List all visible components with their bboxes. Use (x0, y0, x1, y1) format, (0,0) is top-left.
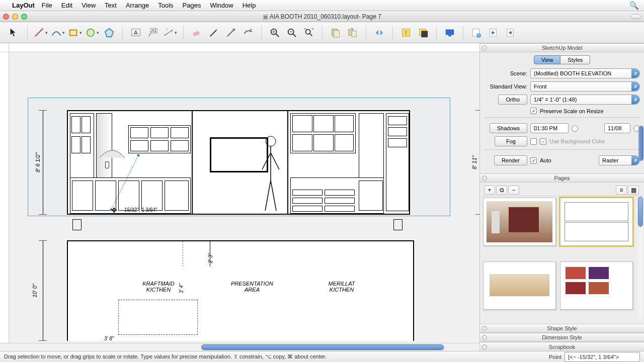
duplicate-page-button[interactable] (345, 26, 361, 40)
grid-view-icon[interactable]: ▦ (628, 186, 639, 195)
menu-edit[interactable]: Edit (61, 2, 72, 9)
menu-view[interactable]: View (82, 2, 96, 9)
status-point-input[interactable]: [<~ -15/32", 1 3/64"> (565, 352, 640, 362)
tab-styles[interactable]: Styles (560, 55, 590, 64)
add-page-icon[interactable]: + (484, 186, 495, 195)
preserve-scale-checkbox[interactable]: ✓ (530, 108, 537, 114)
scale-dropdown[interactable]: 1/4" = 1'-0" (1:48)⇵ (530, 95, 640, 105)
add-page-button[interactable] (328, 26, 344, 40)
render-mode-dropdown[interactable]: Raster⇵ (599, 155, 640, 165)
layers-button[interactable] (415, 26, 431, 40)
svg-text:A: A (134, 29, 138, 35)
spotlight-icon[interactable]: 🔍 (629, 1, 639, 10)
label-stdview: Standard View: (484, 83, 527, 89)
dimension-tool[interactable]: ▾ (162, 26, 178, 40)
page-thumbnail-3[interactable] (483, 261, 556, 310)
menu-help[interactable]: Help (243, 2, 256, 9)
svg-point-11 (306, 29, 310, 34)
shadows-time-input[interactable]: 01:30 PM (530, 123, 569, 133)
menu-text[interactable]: Text (105, 2, 117, 9)
pages-thumbnails[interactable] (480, 195, 636, 324)
label-tool[interactable]: A1 (145, 26, 161, 40)
panel-header-pages[interactable]: Pages (480, 173, 644, 183)
panel-header-sketchup[interactable]: SketchUp Model (480, 43, 644, 52)
split-tool[interactable] (223, 26, 239, 40)
move-cursor-icon: ✥ (111, 206, 117, 214)
menu-tools[interactable]: Tools (158, 2, 173, 9)
warning-button[interactable]: ! (398, 26, 414, 40)
svg-point-8 (250, 29, 252, 31)
render-button[interactable]: Render (494, 155, 527, 165)
zoom-out-tool[interactable] (284, 26, 300, 40)
menu-window[interactable]: Window (210, 2, 233, 9)
auto-render-label: Auto (540, 157, 551, 163)
present-button[interactable] (442, 26, 458, 40)
prev-page-button[interactable] (486, 26, 502, 40)
shadows-date-input[interactable]: 11/08 (604, 123, 630, 133)
polygon-tool[interactable] (101, 26, 117, 40)
svg-text:!: ! (405, 29, 407, 36)
rectangle-tool[interactable]: ▾ (67, 26, 83, 40)
shadows-button[interactable]: Shadows (490, 123, 527, 133)
page-thumbnail-1[interactable] (483, 198, 556, 246)
svg-point-30 (266, 136, 276, 146)
svg-point-1 (87, 29, 95, 36)
label-scene: Scene: (484, 70, 527, 76)
presentation-flip-button[interactable] (371, 26, 387, 40)
horizontal-scrollbar[interactable] (0, 343, 479, 351)
time-radio[interactable] (572, 125, 578, 132)
svg-rect-20 (446, 29, 454, 35)
toolbar-pill[interactable] (631, 14, 641, 19)
circle-tool[interactable]: ▾ (84, 26, 100, 40)
dimension-left[interactable]: 8' 6 1/2" (33, 110, 66, 215)
line-tool[interactable]: ▾ (33, 26, 49, 40)
duplicate-page-icon[interactable]: ⧉ (496, 186, 507, 195)
panel-header-scrapbook[interactable]: Scrapbook (480, 342, 644, 351)
select-tool[interactable] (6, 26, 22, 40)
panel-header-dimensionstyle[interactable]: Dimension Style (480, 333, 644, 342)
ruler-horizontal[interactable] (9, 43, 479, 52)
standard-view-dropdown[interactable]: Front⇵ (530, 81, 640, 92)
tab-view[interactable]: View (534, 55, 561, 64)
arc-tool[interactable]: ▾ (50, 26, 66, 40)
join-tool[interactable] (240, 26, 256, 40)
menu-file[interactable]: File (42, 2, 52, 9)
cursor-readout: - 15/32", 1 3/64" (121, 207, 157, 213)
usebg-label: Use Background Color (549, 138, 605, 144)
status-point-label: Point (549, 354, 561, 360)
ruler-vertical[interactable] (0, 52, 9, 351)
auto-render-checkbox[interactable]: ✓ (530, 157, 537, 164)
window-scrollbar[interactable] (638, 126, 643, 161)
style-tool[interactable] (206, 26, 222, 40)
preserve-scale-label: Preserve Scale on Resize (540, 108, 604, 114)
usebg-checkbox[interactable]: ✓ (540, 138, 546, 145)
toolbar: ▾ ▾ ▾ ▾ A A1 ▾ ! + (0, 22, 644, 43)
window-title: ▣ AIA BOOTH 2010_060310.layout- Page 7 (0, 13, 644, 20)
zoom-extents-tool[interactable] (301, 26, 317, 40)
page-thumbnail-4[interactable] (560, 261, 633, 310)
list-view-icon[interactable]: ≡ (616, 186, 627, 195)
next-page-button[interactable] (503, 26, 519, 40)
erase-tool[interactable] (189, 26, 205, 40)
remove-page-icon[interactable]: − (508, 186, 519, 195)
page-thumbnail-2[interactable] (560, 198, 633, 246)
floor-plan[interactable]: 10' 0" (28, 235, 450, 341)
text-tool[interactable]: A (128, 26, 144, 40)
scene-dropdown[interactable]: (Modified) BOOTH ELEVATION⇵ (530, 68, 640, 78)
zoom-in-tool[interactable] (267, 26, 283, 40)
app-menu[interactable]: LayOut (12, 2, 35, 9)
svg-point-6 (166, 27, 169, 30)
svg-text:+: + (477, 33, 480, 38)
panel-header-shapestyle[interactable]: Shape Style (480, 324, 644, 333)
dimension-right[interactable]: 8' 11" (457, 110, 480, 215)
menu-arrange[interactable]: Arrange (126, 2, 149, 9)
fog-color-swatch[interactable] (530, 138, 537, 145)
elevation-viewport[interactable] (67, 110, 410, 215)
status-hint: Drag selection to move, or drag grips to… (4, 353, 327, 360)
ortho-button[interactable]: Ortho (498, 95, 527, 105)
svg-text:A1: A1 (151, 29, 157, 33)
canvas[interactable]: 8' 6 1/2" 8' 11" (0, 43, 480, 351)
export-button[interactable]: + (468, 26, 485, 40)
menu-pages[interactable]: Pages (183, 2, 201, 9)
fog-button[interactable]: Fog (495, 136, 527, 146)
